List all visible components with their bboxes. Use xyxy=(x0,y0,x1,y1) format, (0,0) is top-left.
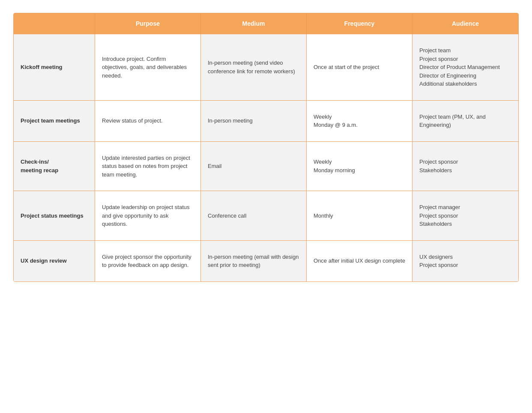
communications-table: Purpose Medium Frequency Audience Kickof… xyxy=(13,13,519,282)
cell-row-purpose-0: Introduce project. Confirm objectives, g… xyxy=(95,34,201,100)
cell-row-medium-1: In-person meeting xyxy=(201,101,307,141)
table-row: UX design reviewGive project sponsor the… xyxy=(14,240,518,281)
cell-row-audience-4: UX designers Project sponsor xyxy=(412,241,518,281)
cell-row-purpose-4: Give project sponsor the opportunity to … xyxy=(95,241,201,281)
cell-row-name-4: UX design review xyxy=(14,241,95,281)
cell-row-medium-2: Email xyxy=(201,142,307,191)
cell-row-audience-2: Project sponsor Stakeholders xyxy=(412,142,518,191)
cell-row-medium-4: In-person meeting (email with design sen… xyxy=(201,241,307,281)
cell-row-purpose-2: Update interested parties on project sta… xyxy=(95,142,201,191)
cell-row-frequency-1: Weekly Monday @ 9 a.m. xyxy=(307,101,412,141)
header-col0 xyxy=(14,13,95,34)
cell-row-purpose-1: Review status of project. xyxy=(95,101,201,141)
cell-row-name-2: Check-ins/ meeting recap xyxy=(14,142,95,191)
header-purpose: Purpose xyxy=(95,13,201,34)
header-medium: Medium xyxy=(201,13,307,34)
cell-row-purpose-3: Update leadership on project status and … xyxy=(95,191,201,240)
cell-row-audience-1: Project team (PM, UX, and Engineering) xyxy=(412,101,518,141)
cell-row-medium-3: Conference call xyxy=(201,191,307,240)
cell-row-frequency-4: Once after initial UX design complete xyxy=(307,241,412,281)
cell-row-name-0: Kickoff meeting xyxy=(14,34,95,100)
header-frequency: Frequency xyxy=(307,13,412,34)
table-row: Project status meetingsUpdate leadership… xyxy=(14,191,518,240)
table-header: Purpose Medium Frequency Audience xyxy=(14,13,518,34)
cell-row-frequency-3: Monthly xyxy=(307,191,412,240)
cell-row-medium-0: In-person meeting (send video conference… xyxy=(201,34,307,100)
cell-row-audience-0: Project team Project sponsor Director of… xyxy=(412,34,518,100)
table-body: Kickoff meetingIntroduce project. Confir… xyxy=(14,34,518,281)
table-row: Kickoff meetingIntroduce project. Confir… xyxy=(14,34,518,100)
table-row: Check-ins/ meeting recapUpdate intereste… xyxy=(14,141,518,191)
cell-row-frequency-0: Once at start of the project xyxy=(307,34,412,100)
cell-row-audience-3: Project manager Project sponsor Stakehol… xyxy=(412,191,518,240)
cell-row-frequency-2: Weekly Monday morning xyxy=(307,142,412,191)
header-audience: Audience xyxy=(412,13,518,34)
cell-row-name-3: Project status meetings xyxy=(14,191,95,240)
table-row: Project team meetingsReview status of pr… xyxy=(14,100,518,141)
cell-row-name-1: Project team meetings xyxy=(14,101,95,141)
